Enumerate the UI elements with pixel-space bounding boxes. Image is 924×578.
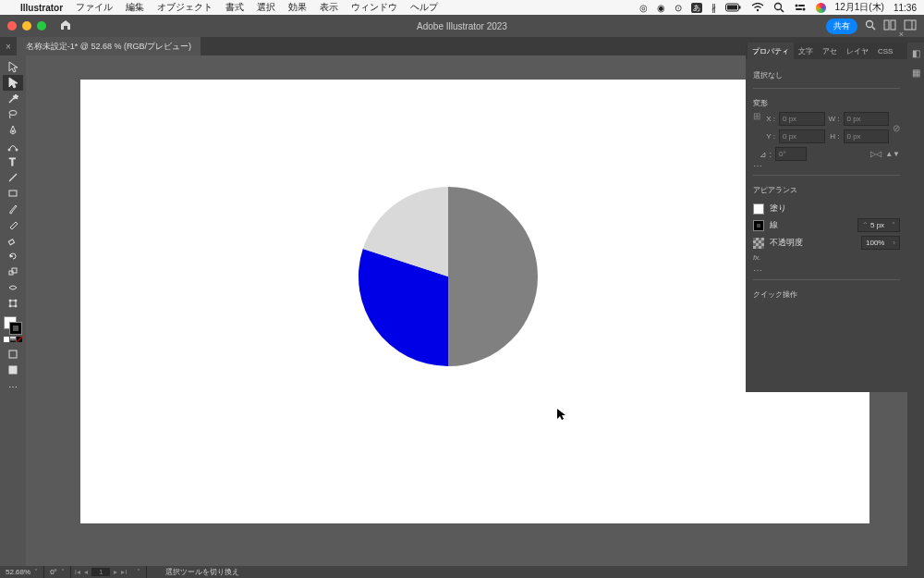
opacity-field[interactable]: 100% › [861,236,900,250]
x-field[interactable]: 0 px [779,112,825,126]
window-minimize-button[interactable] [22,21,31,31]
svg-point-30 [9,305,11,307]
tab-css[interactable]: CSS [873,43,897,59]
menu-help[interactable]: ヘルプ [410,1,438,14]
flip-v-icon[interactable]: ▲▼ [885,150,900,158]
selection-tool[interactable] [3,59,23,75]
type-tool[interactable]: T [3,154,23,169]
statusbar-time[interactable]: 11:36 [894,3,917,13]
gradient-icon[interactable] [10,337,16,342]
svg-rect-13 [891,20,895,30]
tab-assets[interactable]: アセ [818,43,842,59]
flip-h-icon[interactable]: ▷◁ [870,150,881,158]
paintbrush-tool[interactable] [3,201,23,216]
rectangle-tool[interactable] [3,185,23,201]
app-title: Adobe Illustrator 2023 [417,21,507,31]
reference-point-icon[interactable]: ⊞ [753,112,760,143]
tab-properties[interactable]: プロパティ [748,43,794,59]
scale-tool[interactable] [3,264,23,279]
panel-collapse-icon[interactable]: × [899,30,904,39]
search-icon[interactable] [865,19,876,32]
menu-edit[interactable]: 編集 [126,1,144,14]
pie-graph[interactable] [358,186,539,367]
stroke-swatch-icon[interactable] [753,220,764,231]
artboard-nav: I◂ ◂ 1 ▸ ▸I [71,568,131,576]
shaper-tool[interactable] [3,216,23,232]
statusbar-date[interactable]: 12月1日(木) [835,1,884,14]
artboard-number-field[interactable]: 1 [91,568,110,576]
share-button[interactable]: 共有 [826,18,857,34]
artboard-next-icon[interactable]: ▸ [114,568,117,576]
artboard-last-icon[interactable]: ▸I [121,568,127,576]
rotate-tool[interactable] [3,248,23,264]
solid-color-icon[interactable] [4,337,9,342]
fill-label: 塗り [770,203,786,215]
link-wh-icon[interactable]: ⊘ [893,123,900,133]
magic-wand-tool[interactable] [3,91,23,106]
width-tool[interactable] [3,279,23,295]
artboard-prev-icon[interactable]: ◂ [84,568,88,576]
menu-view[interactable]: 表示 [320,1,338,14]
free-transform-tool[interactable] [3,295,23,311]
w-field[interactable]: 0 px [844,112,890,126]
menu-window[interactable]: ウィンドウ [351,1,397,14]
transform-more-icon[interactable]: ⋯ [753,161,900,171]
appearance-more-icon[interactable]: ⋯ [753,265,900,276]
h-field[interactable]: 0 px [844,129,890,143]
statusbar-controlcenter-icon[interactable] [794,3,807,12]
screen-mode-tool[interactable] [3,362,23,377]
drawing-mode-tool[interactable] [3,346,23,362]
pie-segment-gray[interactable] [448,187,538,366]
menu-select[interactable]: 選択 [257,1,275,14]
svg-rect-2 [739,6,741,9]
angle-field[interactable]: 0° [775,147,807,161]
rotate-field[interactable]: 0°˅ [44,566,71,578]
stroke-weight-field[interactable]: ⌃ 5 px ˅ [857,218,900,232]
workspace-icon[interactable] [904,19,917,32]
statusbar-clock-icon[interactable]: ⊙ [675,3,682,13]
window-close-button[interactable] [7,21,17,31]
statusbar-cc-icon[interactable]: ◎ [639,3,648,13]
tab-close-icon[interactable]: × [0,42,17,52]
dock-color-icon[interactable]: ◧ [912,48,920,58]
eraser-tool[interactable] [3,232,23,248]
opacity-swatch-icon[interactable] [753,238,764,249]
stroke-swatch[interactable] [9,322,22,335]
home-icon[interactable] [59,19,72,32]
menu-object[interactable]: オブジェクト [157,1,213,14]
fill-swatch-icon[interactable] [753,203,764,215]
document-tab[interactable]: 名称未設定-1* @ 52.68 % (RGB/プレビュー) [17,37,201,55]
statusbar-wifi-icon[interactable] [751,3,764,12]
y-field[interactable]: 0 px [779,129,825,143]
statusbar-bluetooth-icon[interactable]: ∦ [711,3,716,13]
menu-file[interactable]: ファイル [76,1,113,14]
none-color-icon[interactable] [17,337,22,342]
app-name[interactable]: Illustrator [20,3,63,13]
statusbar-siri-icon[interactable] [816,3,826,13]
line-tool[interactable] [3,169,23,185]
curvature-tool[interactable] [3,138,23,154]
edit-toolbar-icon[interactable]: ⋯ [3,379,23,395]
svg-line-11 [872,27,875,30]
zoom-field[interactable]: 52.68%˅ [0,566,44,578]
artboard-dropdown[interactable]: ˅ [131,566,147,578]
direct-selection-tool[interactable] [3,75,23,91]
statusbar-ime-icon[interactable]: あ [691,3,702,13]
lasso-tool[interactable] [3,106,23,122]
fx-label[interactable]: fx. [753,253,760,262]
fill-stroke-indicator[interactable] [4,316,22,335]
svg-line-22 [9,174,17,181]
artboard-first-icon[interactable]: I◂ [75,568,80,576]
statusbar-spotlight-icon[interactable] [773,2,784,13]
window-zoom-button[interactable] [37,21,46,31]
pen-tool[interactable] [3,122,23,138]
menu-effect[interactable]: 効果 [288,1,307,14]
opacity-label: 不透明度 [770,237,803,249]
tab-layers[interactable]: レイヤ [842,43,873,59]
menu-type[interactable]: 書式 [225,1,244,14]
statusbar-line-icon[interactable]: ◉ [657,3,665,13]
dock-swatches-icon[interactable]: ▦ [912,68,920,78]
arrange-icon[interactable] [883,19,896,32]
statusbar-battery-icon[interactable] [725,3,742,12]
tab-character[interactable]: 文字 [794,43,818,59]
